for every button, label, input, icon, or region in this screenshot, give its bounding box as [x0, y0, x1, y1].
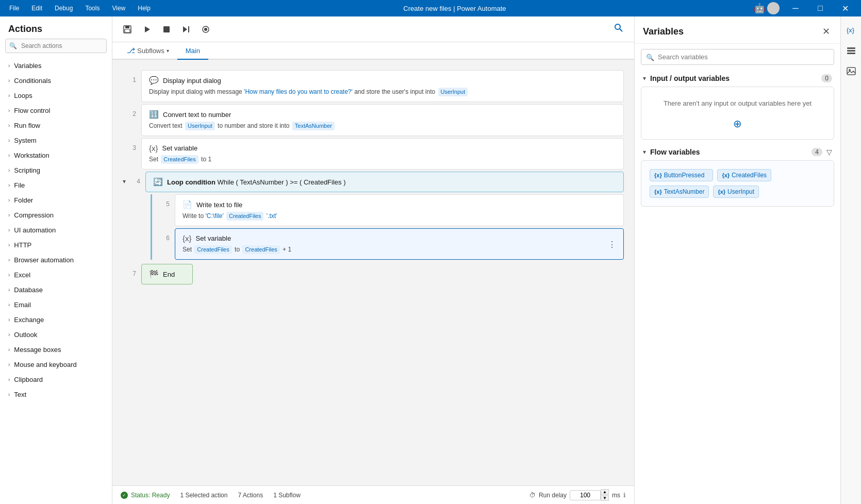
menu-file[interactable]: File — [4, 3, 24, 14]
sidebar-item-email[interactable]: › Email — [0, 297, 112, 312]
sidebar-item-label: Conditionals — [14, 77, 51, 85]
layers-sidebar-button[interactable] — [842, 41, 860, 60]
sidebar-item-ui-automation[interactable]: › UI automation — [0, 223, 112, 238]
sidebar-item-run-flow[interactable]: › Run flow — [0, 118, 112, 133]
flow-variables-section: ▾ Flow variables 4 ▽ {x} ButtonPressed {… — [641, 144, 834, 207]
run-delay-input[interactable] — [570, 490, 601, 500]
chevron-icon: › — [8, 78, 10, 83]
flow-vars-header[interactable]: ▾ Flow variables 4 ▽ — [641, 144, 834, 160]
sidebar-item-database[interactable]: › Database — [0, 282, 112, 297]
sidebar-item-file[interactable]: › File — [0, 178, 112, 193]
image-sidebar-button[interactable] — [842, 62, 860, 80]
step-card-write-text[interactable]: 📄 Write text to file Write to 'C:\file' … — [175, 194, 624, 226]
step-number: 4 — [127, 172, 145, 185]
status-dot: ✓ — [121, 492, 128, 499]
run-delay-up[interactable]: ▲ — [601, 489, 609, 495]
sidebar-item-browser-automation[interactable]: › Browser automation — [0, 253, 112, 267]
flow-step-5: 5 📄 Write text to file Write to 'C:\file… — [156, 194, 624, 226]
var-section-header-io[interactable]: ▾ Input / output variables 0 — [641, 70, 834, 87]
menu-help[interactable]: Help — [133, 3, 156, 14]
chevron-icon: › — [8, 153, 10, 158]
sidebar-item-compression[interactable]: › Compression — [0, 208, 112, 223]
step-card-end[interactable]: 🏁 End — [141, 264, 193, 284]
var-badge-userinput[interactable]: {x} UserInput — [713, 186, 759, 198]
sidebar-item-scripting[interactable]: › Scripting — [0, 163, 112, 178]
statusbar: ✓ Status: Ready 1 Selected action 7 Acti… — [112, 485, 634, 504]
step-card-set-variable-1[interactable]: {x} Set variable Set CreatedFiles to 1 — [141, 138, 624, 170]
search-variables-input[interactable] — [641, 49, 834, 65]
stop-button[interactable] — [158, 22, 175, 37]
sidebar-item-conditionals[interactable]: › Conditionals — [0, 73, 112, 88]
step-title: Convert text to number — [163, 111, 231, 119]
variable-icon: {x} — [149, 144, 158, 153]
run-delay-down[interactable]: ▼ — [601, 495, 609, 501]
sidebar-item-folder[interactable]: › Folder — [0, 193, 112, 208]
menu-edit[interactable]: Edit — [26, 3, 47, 14]
close-button[interactable]: ✕ — [833, 0, 857, 16]
io-add-button-container: ⊕ — [650, 116, 825, 131]
step-more-button[interactable]: ⋮ — [605, 238, 619, 250]
svg-line-10 — [620, 29, 622, 31]
sidebar-item-text[interactable]: › Text — [0, 387, 112, 402]
svg-text:{x}: {x} — [847, 26, 855, 34]
svg-marker-5 — [183, 26, 187, 32]
flow-step-3: 3 {x} Set variable Set CreatedFiles to 1 — [123, 138, 624, 170]
input-output-variables-section: ▾ Input / output variables 0 There aren'… — [641, 70, 834, 140]
sidebar-item-outlook[interactable]: › Outlook — [0, 327, 112, 342]
loop-expand-button[interactable]: ▾ — [123, 178, 126, 185]
sidebar-item-workstation[interactable]: › Workstation — [0, 148, 112, 163]
sidebar-item-label: Clipboard — [14, 376, 43, 383]
right-sidebar: {x} — [840, 16, 861, 504]
menu-tools[interactable]: Tools — [80, 3, 105, 14]
step-number: 6 — [156, 228, 175, 242]
add-io-variable-button[interactable]: ⊕ — [731, 116, 745, 131]
record-button[interactable] — [197, 22, 214, 37]
svg-rect-6 — [188, 26, 189, 32]
variables-close-button[interactable]: ✕ — [820, 24, 832, 39]
sidebar-item-clipboard[interactable]: › Clipboard — [0, 372, 112, 387]
dialog-icon: 💬 — [149, 76, 159, 85]
run-button[interactable] — [138, 22, 156, 37]
step-title: Set variable — [162, 144, 198, 152]
sidebar-item-mouse-keyboard[interactable]: › Mouse and keyboard — [0, 357, 112, 372]
sidebar-item-label: Database — [14, 286, 43, 294]
step-card-loop-condition[interactable]: 🔄 Loop condition While ( TextAsNumber ) … — [145, 172, 624, 192]
filter-icon[interactable]: ▽ — [826, 148, 832, 156]
sidebar-item-loops[interactable]: › Loops — [0, 88, 112, 103]
chevron-icon: › — [8, 108, 10, 113]
search-actions-input[interactable] — [5, 39, 107, 53]
next-step-button[interactable] — [177, 22, 195, 37]
flow-canvas[interactable]: 1 💬 Display input dialog Display input d… — [112, 60, 634, 485]
sidebar-item-system[interactable]: › System — [0, 133, 112, 148]
write-icon: 📄 — [183, 200, 192, 209]
save-button[interactable] — [119, 22, 136, 37]
chevron-icon: › — [8, 332, 10, 338]
menu-debug[interactable]: Debug — [49, 3, 78, 14]
sidebar-item-excel[interactable]: › Excel — [0, 267, 112, 282]
chevron-icon: › — [8, 302, 10, 308]
var-badge-buttonpressed[interactable]: {x} ButtonPressed — [650, 169, 713, 181]
menu-view[interactable]: View — [107, 3, 130, 14]
step-card-convert-text[interactable]: 🔢 Convert text to number Convert text Us… — [141, 104, 624, 136]
step-card-display-dialog[interactable]: 💬 Display input dialog Display input dia… — [141, 70, 624, 102]
sidebar-item-flow-control[interactable]: › Flow control — [0, 103, 112, 118]
sidebar-item-message-boxes[interactable]: › Message boxes — [0, 342, 112, 357]
var-badge-createdfiles[interactable]: {x} CreatedFiles — [717, 169, 771, 181]
chevron-icon: › — [8, 63, 10, 69]
sidebar-item-variables[interactable]: › Variables — [0, 58, 112, 73]
status-ready: ✓ Status: Ready — [121, 492, 170, 499]
step-card-set-variable-2[interactable]: ⋮ {x} Set variable Set CreatedFiles to C… — [175, 228, 624, 260]
maximize-button[interactable]: □ — [808, 0, 832, 16]
minimize-button[interactable]: ─ — [784, 0, 807, 16]
toolbar-search-button[interactable] — [609, 21, 628, 38]
svg-rect-14 — [847, 53, 855, 54]
chevron-icon: › — [8, 347, 10, 352]
step-title: Loop condition While ( TextAsNumber ) >=… — [167, 178, 346, 186]
sidebar-item-http[interactable]: › HTTP — [0, 238, 112, 253]
tab-subflows[interactable]: ⎇ Subflows ▾ — [119, 42, 177, 60]
sidebar-item-exchange[interactable]: › Exchange — [0, 312, 112, 327]
var-badge-textasnumber[interactable]: {x} TextAsNumber — [650, 186, 709, 198]
sidebar-item-label: Outlook — [14, 331, 37, 339]
variables-sidebar-button[interactable]: {x} — [842, 21, 860, 39]
tab-main[interactable]: Main — [177, 43, 208, 60]
